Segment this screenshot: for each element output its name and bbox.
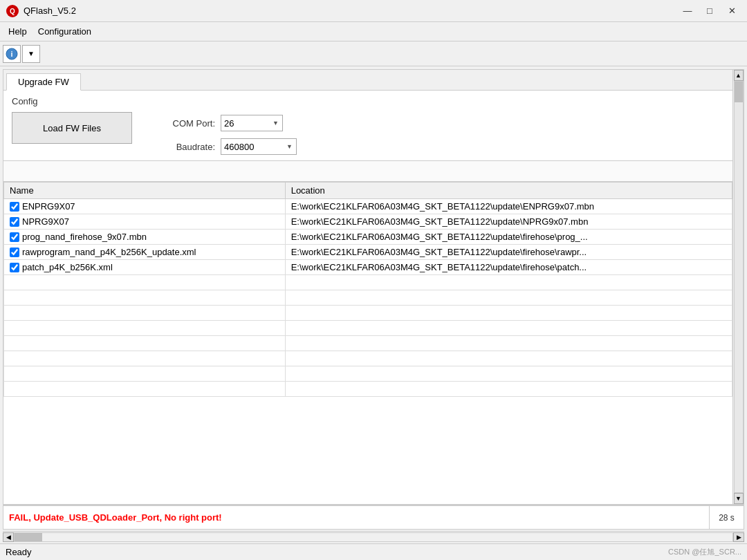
empty-table-row bbox=[4, 321, 732, 336]
error-message: FAIL, Update_USB_QDLoader_Port, No right… bbox=[3, 505, 710, 530]
com-port-select-wrapper: 26 bbox=[221, 115, 283, 131]
table-row: rawprogram_nand_p4K_b256K_update.xmlE:\w… bbox=[4, 245, 732, 260]
menu-bar: Help Configuration bbox=[0, 22, 747, 41]
col-header-name: Name bbox=[4, 183, 286, 199]
scroll-track[interactable] bbox=[734, 81, 744, 493]
empty-table-row bbox=[4, 306, 732, 321]
file-table-container[interactable]: Name Location ENPRG9X07E:\work\EC21KLFAR… bbox=[3, 181, 732, 504]
file-name-cell: NPRG9X07 bbox=[4, 214, 286, 230]
empty-table-row bbox=[4, 336, 732, 351]
table-row: NPRG9X07E:\work\EC21KLFAR06A03M4G_SKT_BE… bbox=[4, 214, 732, 230]
app-status-bar: Ready CSDN @任旭_SCR... bbox=[0, 543, 747, 560]
col-header-location: Location bbox=[285, 183, 732, 199]
title-bar: Q QFlash_V5.2 — □ ✕ bbox=[0, 0, 747, 22]
svg-text:Q: Q bbox=[10, 8, 15, 15]
file-name-cell: rawprogram_nand_p4K_b256K_update.xml bbox=[4, 245, 286, 260]
empty-table-row bbox=[4, 290, 732, 306]
empty-table-row bbox=[4, 382, 732, 397]
content-left: Upgrade FW Config Load FW Files COM Port… bbox=[3, 70, 732, 504]
main-area: Upgrade FW Config Load FW Files COM Port… bbox=[0, 66, 747, 543]
file-checkbox[interactable] bbox=[10, 217, 19, 227]
config-label: Config bbox=[12, 96, 724, 106]
file-location-cell: E:\work\EC21KLFAR06A03M4G_SKT_BETA1122\u… bbox=[285, 214, 732, 230]
status-bar-area: FAIL, Update_USB_QDLoader_Port, No right… bbox=[3, 505, 744, 530]
file-checkbox[interactable] bbox=[10, 263, 19, 272]
file-name-text: rawprogram_nand_p4K_b256K_update.xml bbox=[22, 247, 196, 257]
file-name-text: ENPRG9X07 bbox=[22, 201, 75, 212]
menu-configuration[interactable]: Configuration bbox=[33, 24, 97, 39]
progress-spacer bbox=[3, 160, 732, 181]
file-table: Name Location ENPRG9X07E:\work\EC21KLFAR… bbox=[3, 182, 732, 397]
config-section: Config Load FW Files COM Port: 26 bbox=[3, 91, 732, 160]
scroll-right-button[interactable]: ▶ bbox=[733, 532, 744, 542]
load-fw-button[interactable]: Load FW Files bbox=[12, 112, 132, 144]
file-checkbox[interactable] bbox=[10, 248, 19, 257]
maximize-button[interactable]: □ bbox=[700, 4, 719, 18]
ready-label: Ready bbox=[6, 547, 32, 557]
com-port-select[interactable]: 26 bbox=[221, 115, 283, 131]
scroll-thumb[interactable] bbox=[735, 82, 743, 102]
scroll-left-button[interactable]: ◀ bbox=[3, 532, 14, 542]
title-bar-left: Q QFlash_V5.2 bbox=[6, 4, 76, 18]
file-checkbox[interactable] bbox=[10, 232, 19, 242]
config-inner: Load FW Files COM Port: 26 bbox=[12, 112, 724, 155]
tab-strip: Upgrade FW bbox=[3, 70, 732, 91]
baudrate-select[interactable]: 460800 115200 230400 bbox=[221, 138, 297, 155]
table-row: patch_p4K_b256K.xmlE:\work\EC21KLFAR06A0… bbox=[4, 260, 732, 275]
empty-table-row bbox=[4, 351, 732, 366]
empty-table-row bbox=[4, 275, 732, 290]
h-scrollbar-track[interactable] bbox=[14, 532, 733, 542]
close-button[interactable]: ✕ bbox=[722, 4, 741, 18]
file-checkbox[interactable] bbox=[10, 202, 19, 212]
file-name-text: prog_nand_firehose_9x07.mbn bbox=[22, 232, 147, 242]
file-location-cell: E:\work\EC21KLFAR06A03M4G_SKT_BETA1122\u… bbox=[285, 230, 732, 245]
window-controls: — □ ✕ bbox=[678, 4, 741, 18]
baudrate-row: Baudrate: 460800 115200 230400 bbox=[160, 138, 297, 155]
vertical-scrollbar[interactable]: ▲ ▼ bbox=[732, 70, 744, 504]
info-button[interactable]: i bbox=[3, 45, 21, 63]
app-title: QFlash_V5.2 bbox=[24, 6, 76, 16]
toolbar: i ▼ bbox=[0, 41, 747, 66]
file-name-text: patch_p4K_b256K.xml bbox=[22, 262, 113, 272]
time-indicator: 28 s bbox=[710, 505, 744, 530]
app-logo-icon: Q bbox=[6, 4, 19, 18]
scroll-down-button[interactable]: ▼ bbox=[734, 493, 744, 504]
svg-text:i: i bbox=[10, 50, 12, 58]
scroll-up-button[interactable]: ▲ bbox=[734, 70, 744, 81]
menu-help[interactable]: Help bbox=[3, 24, 33, 39]
com-port-row: COM Port: 26 bbox=[160, 115, 297, 131]
form-fields: COM Port: 26 Baudrate: bbox=[160, 112, 297, 155]
com-port-label: COM Port: bbox=[160, 118, 215, 129]
info-icon: i bbox=[6, 48, 18, 60]
minimize-button[interactable]: — bbox=[678, 4, 697, 18]
file-location-cell: E:\work\EC21KLFAR06A03M4G_SKT_BETA1122\u… bbox=[285, 260, 732, 275]
baudrate-label: Baudrate: bbox=[160, 142, 215, 152]
bottom-scroll-area[interactable]: ◀ ▶ bbox=[3, 531, 744, 542]
tab-upgrade-fw[interactable]: Upgrade FW bbox=[6, 73, 81, 91]
file-name-cell: ENPRG9X07 bbox=[4, 199, 286, 214]
h-scrollbar-thumb[interactable] bbox=[15, 533, 42, 541]
empty-table-row bbox=[4, 366, 732, 382]
baudrate-select-wrapper: 460800 115200 230400 bbox=[221, 138, 297, 155]
table-row: ENPRG9X07E:\work\EC21KLFAR06A03M4G_SKT_B… bbox=[4, 199, 732, 214]
file-location-cell: E:\work\EC21KLFAR06A03M4G_SKT_BETA1122\u… bbox=[285, 199, 732, 214]
file-location-cell: E:\work\EC21KLFAR06A03M4G_SKT_BETA1122\u… bbox=[285, 245, 732, 260]
file-name-text: NPRG9X07 bbox=[22, 216, 69, 227]
file-name-cell: patch_p4K_b256K.xml bbox=[4, 260, 286, 275]
file-name-cell: prog_nand_firehose_9x07.mbn bbox=[4, 230, 286, 245]
dropdown-button[interactable]: ▼ bbox=[22, 45, 40, 63]
watermark: CSDN @任旭_SCR... bbox=[668, 547, 741, 557]
table-row: prog_nand_firehose_9x07.mbnE:\work\EC21K… bbox=[4, 230, 732, 245]
